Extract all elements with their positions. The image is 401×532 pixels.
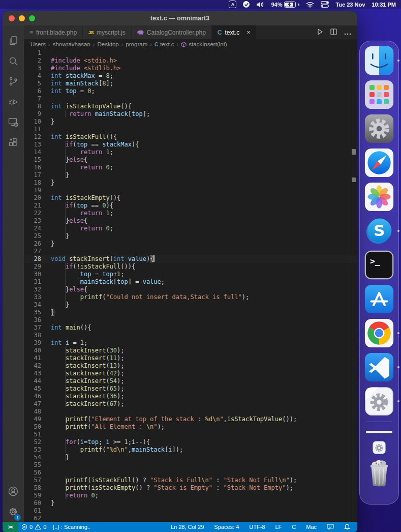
line-number[interactable]: 58 xyxy=(24,484,41,492)
breadcrumb-item-text-c[interactable]: Ctext.c xyxy=(155,41,174,47)
code-line[interactable]: 11 xyxy=(24,126,357,133)
problems-status[interactable]: 0 0 xyxy=(18,524,49,530)
dock-vscode-icon[interactable] xyxy=(364,352,394,382)
line-number[interactable]: 25 xyxy=(24,232,41,240)
line-number[interactable]: 21 xyxy=(24,202,41,210)
dock-gear-utility-icon[interactable] xyxy=(364,387,394,416)
code-line[interactable]: 35} xyxy=(24,309,357,316)
code-line[interactable]: 20int isStackEmpty(){ xyxy=(24,194,357,202)
tab-front-blade-php[interactable]: ≡front.blade.php xyxy=(24,25,83,39)
code-line[interactable]: 38 xyxy=(24,332,357,339)
battery-icon[interactable]: 94% xyxy=(271,2,299,8)
dock-photos-icon[interactable] xyxy=(364,182,394,212)
line-number[interactable]: 38 xyxy=(24,332,41,339)
dock-system-preferences-icon[interactable] xyxy=(364,114,394,143)
line-number[interactable]: 62 xyxy=(24,515,41,522)
line-number[interactable]: 24 xyxy=(24,225,41,232)
split-editor-button[interactable] xyxy=(330,28,337,37)
line-number[interactable]: 54 xyxy=(24,454,41,461)
code-line[interactable]: 36 xyxy=(24,316,357,324)
cursor-position[interactable]: Ln 28, Col 29 xyxy=(168,524,207,530)
checkmark-icon[interactable] xyxy=(243,1,250,8)
line-number[interactable]: 40 xyxy=(24,347,41,354)
dock-app-store-icon[interactable] xyxy=(364,284,394,314)
platform-indicator[interactable]: Mac xyxy=(303,524,320,530)
line-number[interactable]: 53 xyxy=(24,446,41,454)
code-line[interactable]: 23 }else{ xyxy=(24,217,357,225)
code-line[interactable]: 37int main(){ xyxy=(24,324,357,332)
line-number[interactable]: 20 xyxy=(24,194,41,202)
line-number[interactable]: 39 xyxy=(24,339,41,347)
code-line[interactable]: 51 xyxy=(24,431,357,438)
language-mode[interactable]: C xyxy=(289,524,299,530)
minimized-window[interactable] xyxy=(366,431,392,433)
code-line[interactable]: 52 for(i=top; i >= 1;i--){ xyxy=(24,438,357,446)
line-number[interactable]: 41 xyxy=(24,354,41,362)
line-number[interactable]: 18 xyxy=(24,179,41,187)
code-line[interactable]: 62 xyxy=(24,515,357,522)
line-number[interactable]: 37 xyxy=(24,324,41,332)
line-number[interactable]: 7 xyxy=(24,95,41,103)
breadcrumb-item-showravhasan[interactable]: showravhasan xyxy=(53,41,90,47)
code-line[interactable]: 15 }else{ xyxy=(24,156,357,164)
code-line[interactable]: 4int stackMax = 8; xyxy=(24,72,357,80)
dock-safari-icon[interactable] xyxy=(364,148,394,178)
line-number[interactable]: 61 xyxy=(24,507,41,515)
code-line[interactable]: 61 xyxy=(24,507,357,515)
line-number[interactable]: 11 xyxy=(24,126,41,133)
explorer-icon[interactable] xyxy=(3,31,24,51)
line-number[interactable]: 42 xyxy=(24,362,41,370)
more-actions-button[interactable] xyxy=(344,28,351,37)
code-line[interactable]: 29 if(!isStackFull()){ xyxy=(24,263,357,271)
line-number[interactable]: 52 xyxy=(24,438,41,446)
feedback-icon[interactable] xyxy=(324,524,337,530)
line-number[interactable]: 16 xyxy=(24,164,41,171)
code-line[interactable]: 41 stackInsert(11); xyxy=(24,354,357,362)
code-line[interactable]: 47 stackInsert(67); xyxy=(24,400,357,408)
code-line[interactable]: 44 stackInsert(54); xyxy=(24,377,357,385)
line-number[interactable]: 36 xyxy=(24,316,41,324)
breadcrumb-item-stackinsert-int-[interactable]: stackInsert(int) xyxy=(181,41,227,47)
eol-sequence[interactable]: LF xyxy=(272,524,285,530)
dock-terminal-icon[interactable]: >_ xyxy=(364,250,394,280)
code-line[interactable]: 50 printf("All Element : \n"); xyxy=(24,423,357,431)
run-button[interactable] xyxy=(317,28,323,37)
code-line[interactable]: 57 printf(isStackFull() ? "Stack is Full… xyxy=(24,477,357,484)
dock-gear-utility-mini-icon[interactable] xyxy=(364,441,394,454)
control-center-icon[interactable] xyxy=(321,1,329,8)
menu-bar-date[interactable]: Tue 23 Nov xyxy=(335,2,365,8)
dock-trash-icon[interactable] xyxy=(364,459,394,488)
code-line[interactable]: 18} xyxy=(24,179,357,187)
code-line[interactable]: 59 return 0; xyxy=(24,492,357,499)
input-source-icon[interactable]: A xyxy=(229,1,236,8)
line-number[interactable]: 35 xyxy=(24,309,41,316)
code-line[interactable]: 55 xyxy=(24,461,357,469)
code-line[interactable]: 5int mainStack[8]; xyxy=(24,80,357,87)
close-tab-icon[interactable]: × xyxy=(246,29,251,36)
code-line[interactable]: 22 return 1; xyxy=(24,210,357,217)
line-number[interactable]: 4 xyxy=(24,72,41,80)
code-line[interactable]: 26} xyxy=(24,240,357,248)
code-line[interactable]: 6int top = 0; xyxy=(24,87,357,95)
source-control-icon[interactable] xyxy=(3,71,24,92)
line-number[interactable]: 55 xyxy=(24,461,41,469)
code-line[interactable]: 10} xyxy=(24,118,357,126)
line-number[interactable]: 3 xyxy=(24,65,41,72)
code-line[interactable]: 1 xyxy=(24,49,357,57)
line-number[interactable]: 13 xyxy=(24,141,41,149)
volume-icon[interactable] xyxy=(256,2,264,8)
line-number[interactable]: 47 xyxy=(24,400,41,408)
code-line[interactable]: 43 stackInsert(42); xyxy=(24,370,357,377)
code-line[interactable]: 16 return 0; xyxy=(24,164,357,171)
code-line[interactable]: 56 xyxy=(24,469,357,477)
line-number[interactable]: 56 xyxy=(24,469,41,477)
line-number[interactable]: 31 xyxy=(24,278,41,286)
code-line[interactable]: 24 return 0; xyxy=(24,225,357,232)
breadcrumb-item-desktop[interactable]: Desktop xyxy=(98,41,119,47)
encoding[interactable]: UTF-8 xyxy=(246,524,268,530)
code-line[interactable]: 32 }else{ xyxy=(24,286,357,293)
code-line[interactable]: 7 xyxy=(24,95,357,103)
line-number[interactable]: 48 xyxy=(24,408,41,416)
line-number[interactable]: 32 xyxy=(24,286,41,293)
code-line[interactable]: 8int isStackTopValue(){ xyxy=(24,103,357,110)
